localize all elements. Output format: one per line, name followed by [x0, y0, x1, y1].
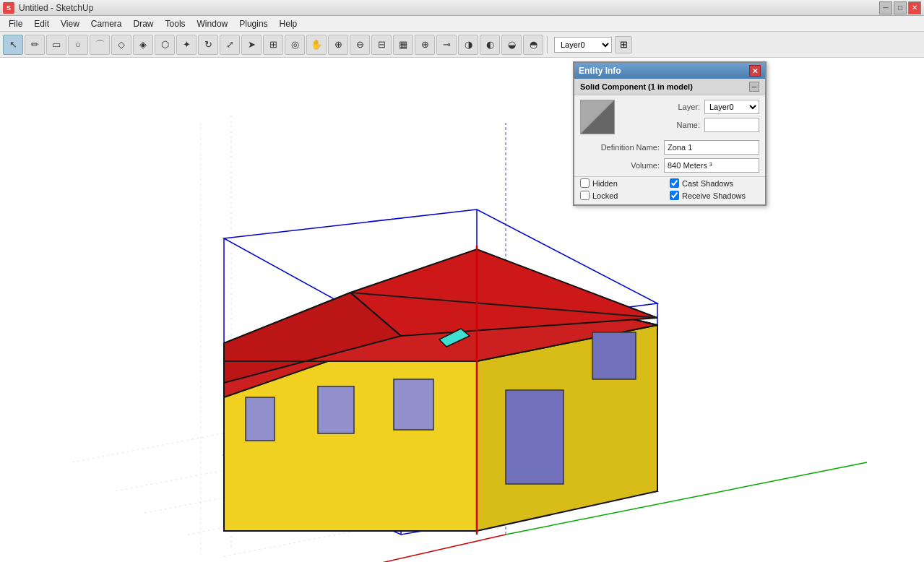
menu-item-tools[interactable]: Tools: [160, 17, 191, 30]
volume-label: Volume:: [580, 161, 660, 170]
entity-info-title: Entity Info: [579, 66, 621, 76]
layer-select[interactable]: Layer0: [704, 100, 759, 114]
toolbar: ↖✏▭○⌒◇◈⬡✦↻⤢➤⊞◎✋⊕⊖⊟▦⊕⊸◑◐◒◓ Layer0 ⊞: [0, 32, 924, 58]
tool-component[interactable]: ⊟: [371, 35, 392, 55]
svg-marker-27: [506, 390, 564, 484]
titlebar-controls: ─ □ ✕: [879, 1, 921, 14]
tool-paint[interactable]: ◈: [133, 35, 153, 55]
definition-name-value: Zona 1: [664, 140, 759, 155]
preview-triangle: [581, 100, 615, 134]
tool-followme[interactable]: ➤: [241, 35, 262, 55]
viewport: Entity Info ✕ Solid Component (1 in mode…: [0, 58, 924, 562]
tool-zoomextents[interactable]: ⊖: [350, 35, 370, 55]
titlebar-left: S Untitled - SketchUp: [3, 2, 93, 14]
menu-item-file[interactable]: File: [3, 17, 28, 30]
menu-item-draw[interactable]: Draw: [128, 17, 160, 30]
tool-pencil[interactable]: ✏: [25, 35, 45, 55]
menu-item-window[interactable]: Window: [191, 17, 234, 30]
layer-row: Layer: Layer0: [621, 100, 759, 114]
component-preview: [580, 100, 615, 134]
name-label: Name:: [621, 121, 700, 129]
entity-top-fields: Layer: Layer0 Name:: [621, 100, 759, 136]
app-icon: S: [3, 2, 14, 14]
entity-info-header: Solid Component (1 in model) ─: [574, 79, 765, 95]
menu-item-view[interactable]: View: [55, 17, 85, 30]
maximize-button[interactable]: □: [894, 1, 907, 14]
receive-shadows-checkbox[interactable]: [670, 191, 679, 200]
svg-line-0: [188, 535, 506, 562]
hidden-checkbox-row: Hidden: [580, 178, 670, 188]
svg-marker-28: [592, 332, 636, 379]
tool-pan[interactable]: ✋: [306, 35, 327, 55]
shadows-section: Hidden Locked Cast Shadows Receive Shado…: [574, 176, 765, 204]
hidden-checkbox[interactable]: [580, 178, 590, 188]
cast-shadows-label: Cast Shadows: [682, 179, 733, 188]
minimize-button[interactable]: ─: [879, 1, 892, 14]
tool-eraser[interactable]: ◇: [111, 35, 131, 55]
tool-position[interactable]: ◓: [523, 35, 543, 55]
definition-name-display: Zona 1: [664, 140, 759, 155]
svg-marker-24: [246, 397, 275, 441]
locked-label: Locked: [592, 191, 618, 200]
menu-item-camera[interactable]: Camera: [85, 17, 128, 30]
menubar: FileEditViewCameraDrawToolsWindowPlugins…: [0, 16, 924, 32]
name-input[interactable]: [704, 118, 759, 132]
tool-walkthrough[interactable]: ◐: [480, 35, 500, 55]
entity-info-panel: Entity Info ✕ Solid Component (1 in mode…: [573, 61, 767, 206]
layer-value: Layer0: [704, 100, 759, 114]
tool-lookaround[interactable]: ◒: [501, 35, 522, 55]
tool-zoom[interactable]: ⊕: [328, 35, 348, 55]
right-checkboxes: Cast Shadows Receive Shadows: [670, 178, 759, 200]
left-checkboxes: Hidden Locked: [580, 178, 670, 200]
close-button[interactable]: ✕: [908, 1, 921, 14]
minimize-button[interactable]: ─: [749, 82, 759, 92]
entity-top-row: Layer: Layer0 Name:: [574, 95, 765, 140]
tool-circle[interactable]: ○: [68, 35, 88, 55]
tool-tape[interactable]: ⊸: [436, 35, 457, 55]
svg-marker-25: [318, 386, 354, 433]
tool-scale[interactable]: ⤢: [220, 35, 240, 55]
tool-rotate[interactable]: ↻: [198, 35, 218, 55]
tool-move[interactable]: ✦: [176, 35, 197, 55]
layer-selector: Layer0 ⊞: [554, 36, 632, 53]
tool-arc[interactable]: ⌒: [90, 35, 110, 55]
cast-shadows-checkbox[interactable]: [670, 178, 679, 188]
toolbar-separator-1: [547, 36, 548, 53]
name-value: [704, 118, 759, 132]
tool-rectangle[interactable]: ▭: [46, 35, 66, 55]
menu-item-edit[interactable]: Edit: [28, 17, 55, 30]
tool-offset[interactable]: ⊞: [263, 35, 283, 55]
name-row: Name:: [621, 118, 759, 132]
volume-value: 840 Meters ³: [664, 158, 759, 173]
tool-pushpull[interactable]: ⬡: [155, 35, 175, 55]
receive-shadows-label: Receive Shadows: [682, 191, 746, 200]
menu-item-help[interactable]: Help: [274, 17, 303, 30]
receive-shadows-checkbox-row: Receive Shadows: [670, 191, 759, 200]
titlebar: S Untitled - SketchUp ─ □ ✕: [0, 0, 924, 16]
layer-icon-button[interactable]: ⊞: [615, 36, 632, 53]
definition-name-row: Definition Name: Zona 1: [574, 140, 765, 155]
volume-row: Volume: 840 Meters ³: [574, 158, 765, 173]
titlebar-title: Untitled - SketchUp: [19, 3, 93, 13]
component-title: Solid Component (1 in model): [580, 82, 693, 91]
hidden-label: Hidden: [592, 179, 618, 188]
layer-label: Layer:: [621, 103, 700, 111]
sketchup-viewport[interactable]: [0, 58, 924, 562]
definition-name-label: Definition Name:: [580, 143, 660, 152]
tool-select[interactable]: ↖: [3, 35, 23, 55]
menu-item-plugins[interactable]: Plugins: [233, 17, 273, 30]
volume-display: 840 Meters ³: [664, 158, 759, 173]
tool-axis[interactable]: ⊕: [415, 35, 435, 55]
entity-info-close-button[interactable]: ✕: [749, 65, 761, 77]
cast-shadows-checkbox-row: Cast Shadows: [670, 178, 759, 188]
locked-checkbox[interactable]: [580, 191, 590, 200]
locked-checkbox-row: Locked: [580, 191, 670, 200]
tool-protractor[interactable]: ◑: [458, 35, 478, 55]
layer-dropdown[interactable]: Layer0: [554, 37, 612, 53]
tool-orbit[interactable]: ◎: [285, 35, 305, 55]
entity-info-titlebar: Entity Info ✕: [574, 63, 765, 79]
svg-marker-26: [394, 379, 433, 430]
tool-group[interactable]: ▦: [393, 35, 413, 55]
